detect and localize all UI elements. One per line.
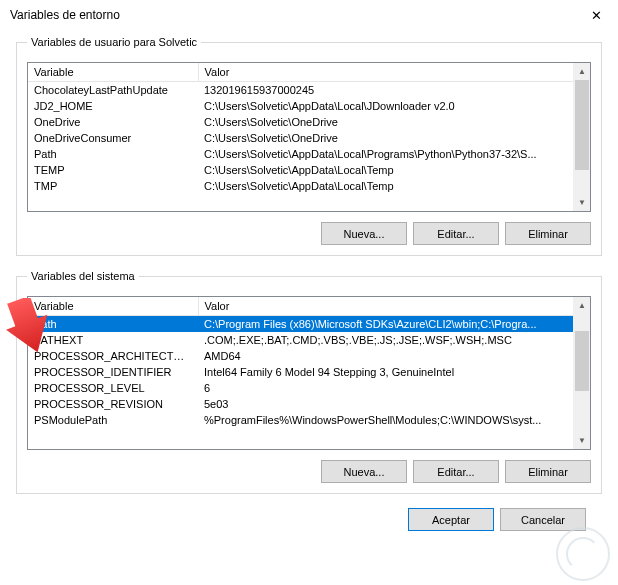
cell-value: C:\Users\Solvetic\OneDrive xyxy=(198,114,590,130)
scroll-up-icon[interactable]: ▲ xyxy=(574,63,590,80)
cell-value: C:\Program Files (x86)\Microsoft SDKs\Az… xyxy=(198,316,590,333)
user-table-header[interactable]: Variable Valor xyxy=(28,63,590,82)
cell-variable: PSModulePath xyxy=(28,412,198,428)
cell-value: AMD64 xyxy=(198,348,590,364)
system-table-header[interactable]: Variable Valor xyxy=(28,297,590,316)
cell-variable: OneDriveConsumer xyxy=(28,130,198,146)
col-value[interactable]: Valor xyxy=(198,297,590,316)
user-edit-button[interactable]: Editar... xyxy=(413,222,499,245)
cell-variable: TEMP xyxy=(28,162,198,178)
cell-value: 6 xyxy=(198,380,590,396)
scroll-thumb[interactable] xyxy=(575,331,589,391)
table-row[interactable]: PROCESSOR_REVISION5e03 xyxy=(28,396,590,412)
user-scrollbar[interactable]: ▲ ▼ xyxy=(573,63,590,211)
cell-value: C:\Users\Solvetic\AppData\Local\Programs… xyxy=(198,146,590,162)
user-variables-list[interactable]: Variable Valor ChocolateyLastPathUpdate1… xyxy=(27,62,591,212)
cell-variable: TMP xyxy=(28,178,198,194)
col-value[interactable]: Valor xyxy=(198,63,590,82)
cell-variable: PROCESSOR_LEVEL xyxy=(28,380,198,396)
cell-variable: Path xyxy=(28,146,198,162)
ok-button[interactable]: Aceptar xyxy=(408,508,494,531)
cell-variable: PROCESSOR_IDENTIFIER xyxy=(28,364,198,380)
system-edit-button[interactable]: Editar... xyxy=(413,460,499,483)
table-row[interactable]: TMPC:\Users\Solvetic\AppData\Local\Temp xyxy=(28,178,590,194)
system-variables-group: Variables del sistema Variable Valor Pat… xyxy=(16,270,602,494)
watermark-icon xyxy=(556,527,610,581)
scroll-down-icon[interactable]: ▼ xyxy=(574,194,590,211)
table-row[interactable]: PATHEXT.COM;.EXE;.BAT;.CMD;.VBS;.VBE;.JS… xyxy=(28,332,590,348)
table-row[interactable]: PROCESSOR_IDENTIFIERIntel64 Family 6 Mod… xyxy=(28,364,590,380)
cell-variable: PATHEXT xyxy=(28,332,198,348)
cell-variable: PROCESSOR_REVISION xyxy=(28,396,198,412)
cell-value: .COM;.EXE;.BAT;.CMD;.VBS;.VBE;.JS;.JSE;.… xyxy=(198,332,590,348)
table-row[interactable]: OneDriveConsumerC:\Users\Solvetic\OneDri… xyxy=(28,130,590,146)
cell-value: C:\Users\Solvetic\OneDrive xyxy=(198,130,590,146)
table-row[interactable]: TEMPC:\Users\Solvetic\AppData\Local\Temp xyxy=(28,162,590,178)
window-title: Variables de entorno xyxy=(10,8,120,22)
cell-value: Intel64 Family 6 Model 94 Stepping 3, Ge… xyxy=(198,364,590,380)
system-delete-button[interactable]: Eliminar xyxy=(505,460,591,483)
cell-value: 132019615937000245 xyxy=(198,82,590,99)
scroll-up-icon[interactable]: ▲ xyxy=(574,297,590,314)
titlebar: Variables de entorno ✕ xyxy=(0,0,618,30)
table-row[interactable]: ChocolateyLastPathUpdate1320196159370002… xyxy=(28,82,590,99)
col-variable[interactable]: Variable xyxy=(28,63,198,82)
scroll-down-icon[interactable]: ▼ xyxy=(574,432,590,449)
user-new-button[interactable]: Nueva... xyxy=(321,222,407,245)
table-row[interactable]: JD2_HOMEC:\Users\Solvetic\AppData\Local\… xyxy=(28,98,590,114)
user-variables-group: Variables de usuario para Solvetic Varia… xyxy=(16,36,602,256)
table-row[interactable]: OneDriveC:\Users\Solvetic\OneDrive xyxy=(28,114,590,130)
cell-value: 5e03 xyxy=(198,396,590,412)
user-delete-button[interactable]: Eliminar xyxy=(505,222,591,245)
system-variables-legend: Variables del sistema xyxy=(27,270,139,282)
cell-variable: PROCESSOR_ARCHITECTURE xyxy=(28,348,198,364)
cell-variable: JD2_HOME xyxy=(28,98,198,114)
user-variables-legend: Variables de usuario para Solvetic xyxy=(27,36,201,48)
col-variable[interactable]: Variable xyxy=(28,297,198,316)
table-row[interactable]: PROCESSOR_LEVEL6 xyxy=(28,380,590,396)
cell-value: %ProgramFiles%\WindowsPowerShell\Modules… xyxy=(198,412,590,428)
cell-variable: OneDrive xyxy=(28,114,198,130)
table-row[interactable]: PROCESSOR_ARCHITECTUREAMD64 xyxy=(28,348,590,364)
system-variables-list[interactable]: Variable Valor PathC:\Program Files (x86… xyxy=(27,296,591,450)
table-row[interactable]: PathC:\Users\Solvetic\AppData\Local\Prog… xyxy=(28,146,590,162)
cell-variable: ChocolateyLastPathUpdate xyxy=(28,82,198,99)
table-row[interactable]: PathC:\Program Files (x86)\Microsoft SDK… xyxy=(28,316,590,333)
cell-variable: Path xyxy=(28,316,198,333)
cell-value: C:\Users\Solvetic\AppData\Local\JDownloa… xyxy=(198,98,590,114)
cell-value: C:\Users\Solvetic\AppData\Local\Temp xyxy=(198,178,590,194)
system-new-button[interactable]: Nueva... xyxy=(321,460,407,483)
close-icon[interactable]: ✕ xyxy=(583,4,610,27)
table-row[interactable]: PSModulePath%ProgramFiles%\WindowsPowerS… xyxy=(28,412,590,428)
system-scrollbar[interactable]: ▲ ▼ xyxy=(573,297,590,449)
cell-value: C:\Users\Solvetic\AppData\Local\Temp xyxy=(198,162,590,178)
scroll-thumb[interactable] xyxy=(575,80,589,170)
